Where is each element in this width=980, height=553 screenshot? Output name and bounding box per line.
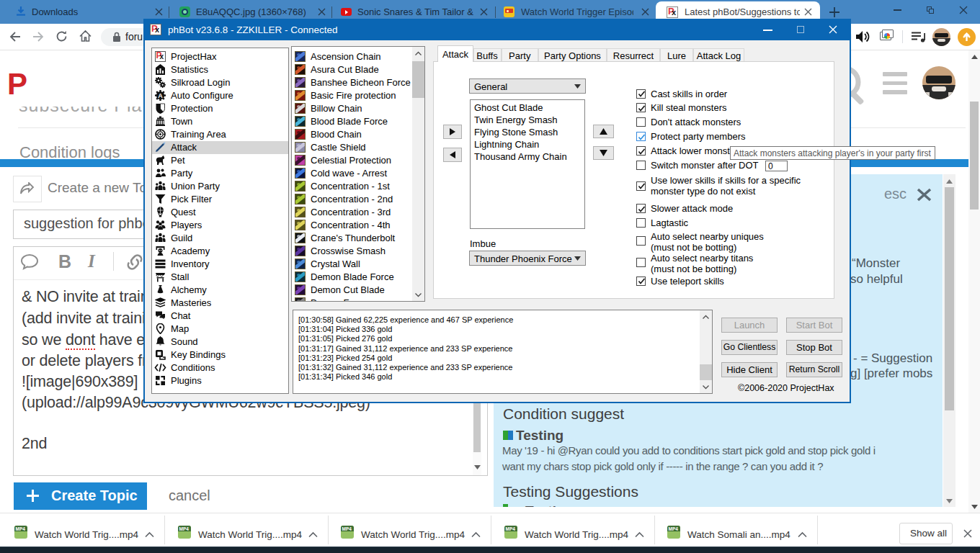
svg-text:A: A (158, 92, 163, 99)
